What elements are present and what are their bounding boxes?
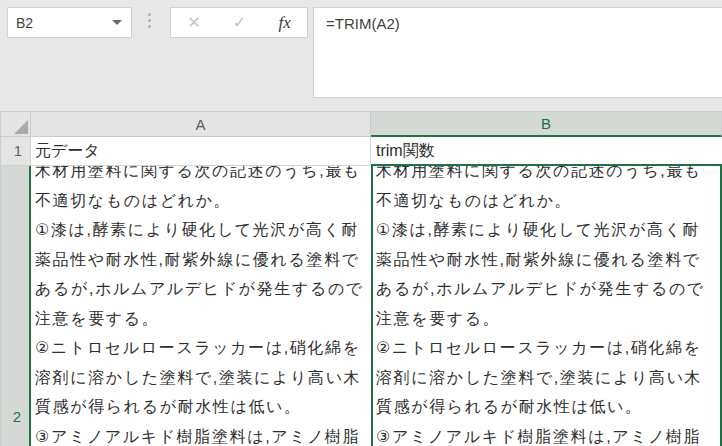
cell-b2-text: 木材用塗料に関する次の記述のうち,最も 不適切なものはどれか。 ①漆は,酵素によ… (376, 164, 720, 446)
cancel-icon[interactable]: ✕ (187, 13, 200, 32)
name-box[interactable]: B2 (7, 7, 132, 38)
formula-bar-content[interactable]: =TRIM(A2) (314, 8, 722, 32)
enter-icon[interactable]: ✓ (233, 13, 246, 32)
formula-bar-buttons: ✕ ✓ fx (170, 7, 308, 38)
row-header-2-label: 2 (13, 408, 21, 425)
column-header-a[interactable]: A (31, 111, 371, 137)
cell-a2-text: 木材用塗料に関する次の記述のうち,最も 不適切なものはどれか。 ①漆は,酵素によ… (35, 166, 371, 446)
cell-b2-active[interactable]: 木材用塗料に関する次の記述のうち,最も 不適切なものはどれか。 ①漆は,酵素によ… (371, 164, 722, 446)
row-header-1[interactable]: 1 (0, 137, 31, 166)
select-all-corner[interactable] (0, 111, 31, 137)
chevron-down-icon[interactable] (112, 20, 122, 25)
cell-a2[interactable]: 木材用塗料に関する次の記述のうち,最も 不適切なものはどれか。 ①漆は,酵素によ… (31, 166, 371, 446)
formula-bar[interactable]: =TRIM(A2) (313, 7, 722, 98)
column-header-b[interactable]: B (371, 111, 722, 137)
namebox-splitter-dots-icon[interactable] (148, 13, 151, 28)
cell-b1[interactable]: trim関数 (371, 137, 722, 165)
insert-function-icon[interactable]: fx (279, 13, 291, 33)
select-all-triangle-icon (14, 120, 28, 134)
row-header-2[interactable]: 2 (0, 166, 31, 446)
cell-a1[interactable]: 元データ (31, 137, 371, 166)
name-box-value[interactable]: B2 (8, 15, 112, 31)
